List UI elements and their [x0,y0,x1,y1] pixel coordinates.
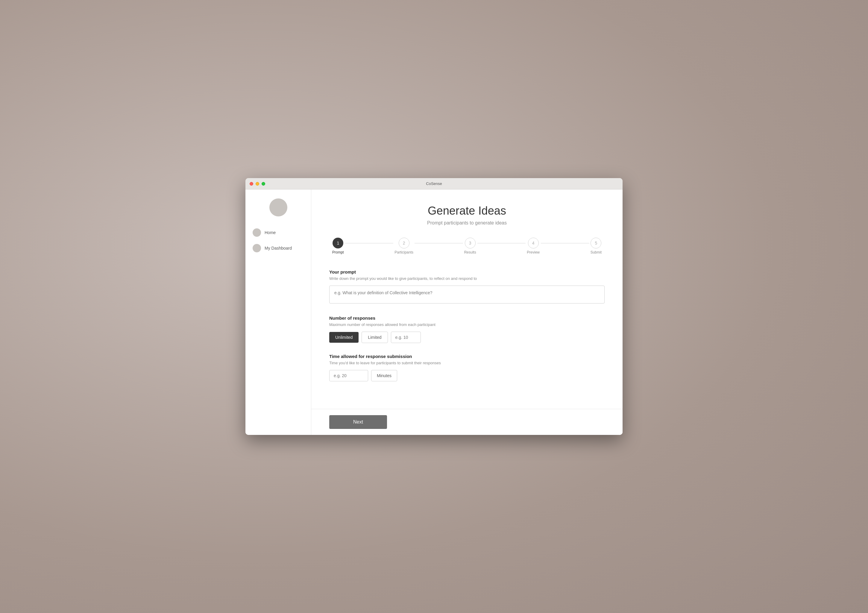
dashboard-icon [253,244,261,252]
app-window: CoSense Home My Dashboard Generate Ideas [245,178,623,435]
step-1-label: Prompt [332,250,344,255]
step-2-circle: 2 [399,237,409,248]
titlebar: CoSense [245,178,623,189]
prompt-input[interactable] [329,286,604,304]
step-4-circle: 4 [528,237,539,248]
next-button[interactable]: Next [329,415,387,429]
close-button[interactable] [250,182,253,186]
sidebar-item-home-label: Home [265,230,276,235]
time-input[interactable] [329,370,368,381]
step-4: 4 Preview [527,237,539,255]
step-5: 5 Submit [591,237,601,255]
step-2: 2 Participants [394,237,413,255]
step-3-label: Results [464,250,476,255]
prompt-section: Your prompt Write down the prompt you wo… [329,269,604,305]
number-input[interactable] [391,332,421,343]
sidebar: Home My Dashboard [245,189,311,435]
window-body: Home My Dashboard Generate Ideas Prompt … [245,189,623,435]
time-section-title: Time allowed for response submission [329,354,604,359]
home-icon [253,228,261,237]
page-title: Generate Ideas [329,205,604,217]
minimize-button[interactable] [256,182,259,186]
avatar [270,199,287,216]
limited-button[interactable]: Limited [361,332,388,343]
step-1: 1 Prompt [332,237,344,255]
response-buttons-group: Unlimited Limited [329,332,604,343]
responses-section: Number of responses Maximum number of re… [329,315,604,343]
sidebar-item-my-dashboard[interactable]: My Dashboard [248,241,308,255]
time-row: Minutes [329,370,604,381]
responses-section-desc: Maximum number of responses allowed from… [329,322,604,327]
sidebar-nav: Home My Dashboard [245,225,311,255]
unlimited-button[interactable]: Unlimited [329,332,358,343]
step-5-label: Submit [591,250,601,255]
window-title: CoSense [426,182,442,186]
maximize-button[interactable] [262,182,265,186]
minutes-button[interactable]: Minutes [371,370,397,381]
main-content: Generate Ideas Prompt participants to ge… [311,189,623,435]
prompt-section-title: Your prompt [329,269,604,275]
sidebar-item-my-dashboard-label: My Dashboard [265,246,292,250]
step-3-circle: 3 [465,237,476,248]
main-scroll: Generate Ideas Prompt participants to ge… [311,189,623,409]
step-4-label: Preview [527,250,539,255]
prompt-section-desc: Write down the prompt you would like to … [329,276,604,281]
footer-bar: Next [311,409,623,435]
step-2-label: Participants [394,250,413,255]
stepper: 1 Prompt 2 Participants 3 [329,237,604,255]
time-section-desc: Time you'd like to leave for participant… [329,361,604,365]
time-section: Time allowed for response submission Tim… [329,354,604,381]
step-1-circle: 1 [333,237,343,248]
step-5-circle: 5 [591,237,601,248]
page-subtitle: Prompt participants to generate ideas [329,220,604,226]
step-3: 3 Results [464,237,476,255]
sidebar-item-home[interactable]: Home [248,225,308,240]
responses-section-title: Number of responses [329,315,604,321]
